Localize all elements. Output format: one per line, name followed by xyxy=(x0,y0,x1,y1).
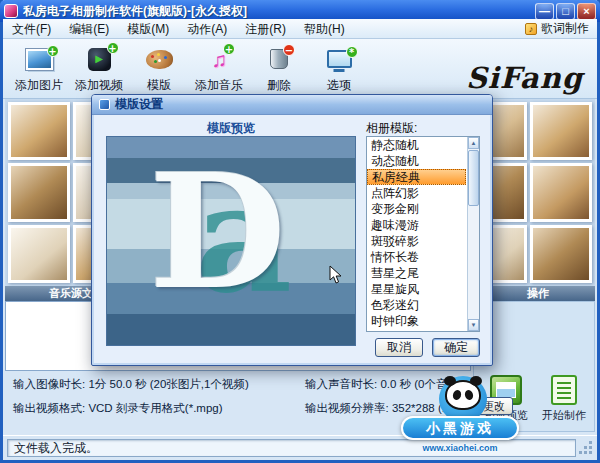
photo-image xyxy=(11,228,67,280)
photo-image xyxy=(11,166,67,218)
template-settings-dialog: 模版设置 模版预览 a D 相册模版: 静态随机动态随机私房经典点阵幻影变形金刚… xyxy=(91,94,493,366)
template-list-item[interactable]: 时钟印象 xyxy=(367,313,466,329)
toolbar-button[interactable]: + 添加图片 xyxy=(11,45,67,94)
list-scrollbar[interactable]: ▲ ▼ xyxy=(467,137,479,331)
start-make-label: 开始制作 xyxy=(542,408,586,423)
template-list-item[interactable]: 色彩迷幻 xyxy=(367,297,466,313)
output-video-format: 输出视频格式: VCD 刻录专用格式(*.mpg) xyxy=(13,401,223,416)
maximize-button[interactable]: □ xyxy=(556,3,575,20)
close-icon[interactable]: × xyxy=(577,3,596,20)
photo-image xyxy=(11,105,67,157)
ok-button[interactable]: 确定 xyxy=(432,338,480,357)
album-template-list-label: 相册模版: xyxy=(366,120,417,137)
template-preview: a D xyxy=(106,136,356,346)
template-list-item[interactable]: 点阵幻影 xyxy=(367,185,466,201)
menu-item[interactable]: 帮助(H) xyxy=(295,19,354,38)
lyrics-make-label: 歌词制作 xyxy=(541,20,589,37)
scrollbar-thumb[interactable] xyxy=(468,150,479,206)
toolbar-button[interactable]: * 选项 xyxy=(311,45,367,94)
window-controls: — □ × xyxy=(535,3,596,20)
badge-icon: * xyxy=(346,46,358,58)
dialog-titlebar[interactable]: 模版设置 xyxy=(92,95,492,115)
lyrics-make-button[interactable]: ♪ 歌词制作 xyxy=(525,20,597,37)
badge-icon: + xyxy=(223,43,235,55)
menubar: 文件(F)编辑(E)模版(M)动作(A)注册(R)帮助(H) ♪ 歌词制作 xyxy=(3,19,597,39)
photo-image xyxy=(533,166,589,218)
template-list-item[interactable]: 情怀长卷 xyxy=(367,249,466,265)
template-list-item[interactable]: 静态随机 xyxy=(367,137,466,153)
watermark-url: www.xiaohei.com xyxy=(401,443,519,453)
photo-thumbnail[interactable] xyxy=(530,163,592,221)
scroll-up-icon[interactable]: ▲ xyxy=(468,137,479,149)
input-image-duration: 输入图像时长: 1分 50.0 秒 (20张图片,1个视频) xyxy=(13,377,249,392)
badge-icon: − xyxy=(283,44,295,56)
operations-header: 操作 xyxy=(527,286,549,301)
menu-item[interactable]: 文件(F) xyxy=(3,19,60,38)
delete-icon: − xyxy=(270,49,288,69)
photo-thumbnail[interactable] xyxy=(530,225,592,283)
app-icon xyxy=(4,4,18,18)
template-list-item[interactable]: 星星旋风 xyxy=(367,281,466,297)
photo-image xyxy=(533,228,589,280)
template-preview-label: 模版预览 xyxy=(106,120,356,137)
start-make-button[interactable]: 开始制作 xyxy=(542,375,586,423)
photo-thumbnail[interactable] xyxy=(8,102,70,160)
scroll-down-icon[interactable]: ▼ xyxy=(468,319,479,331)
add-video-icon: ▶ + xyxy=(88,48,111,71)
template-list-item[interactable]: 斑驳碎影 xyxy=(367,233,466,249)
dialog-icon xyxy=(99,99,110,110)
toolbar-button[interactable]: ▶ + 添加视频 xyxy=(71,45,127,94)
badge-icon: + xyxy=(47,45,59,57)
template-list-item[interactable]: 私房经典 xyxy=(367,169,466,185)
photo-thumbnail[interactable] xyxy=(530,102,592,160)
photo-image xyxy=(533,105,589,157)
options-icon: * xyxy=(327,50,352,68)
menu-item[interactable]: 模版(M) xyxy=(118,19,178,38)
menu-item[interactable]: 注册(R) xyxy=(236,19,295,38)
photo-thumbnail[interactable] xyxy=(8,163,70,221)
toolbar: + 添加图片 ▶ + 添加视频 xyxy=(3,39,597,99)
badge-icon: + xyxy=(107,42,119,54)
start-make-icon xyxy=(551,375,577,405)
lyrics-icon: ♪ xyxy=(525,23,537,35)
minimize-button[interactable]: — xyxy=(535,3,554,20)
brand-logo: SiFang xyxy=(466,61,583,95)
template-list-item[interactable]: 动态随机 xyxy=(367,153,466,169)
template-list-item[interactable]: 彗星之尾 xyxy=(367,265,466,281)
dialog-title: 模版设置 xyxy=(115,96,163,113)
template-icon xyxy=(146,50,173,69)
toolbar-button[interactable]: ♫ + 添加音乐 xyxy=(191,45,247,94)
panda-icon xyxy=(445,380,481,410)
mouse-cursor-icon xyxy=(329,265,342,288)
menu-item[interactable]: 编辑(E) xyxy=(60,19,118,38)
photo-thumbnail[interactable] xyxy=(8,225,70,283)
album-template-list: 静态随机动态随机私房经典点阵幻影变形金刚趣味漫游斑驳碎影情怀长卷彗星之尾星星旋风… xyxy=(366,136,480,332)
add-music-icon: ♫ + xyxy=(211,49,227,70)
site-watermark: 小黑游戏 www.xiaohei.com xyxy=(399,382,523,460)
cancel-button[interactable]: 取消 xyxy=(375,338,423,357)
template-list-item[interactable]: 变形金刚 xyxy=(367,201,466,217)
preview-letter: D xyxy=(149,153,286,311)
watermark-ribbon: 小黑游戏 xyxy=(401,416,519,440)
template-list-item[interactable]: 趣味漫游 xyxy=(367,217,466,233)
window-title: 私房电子相册制作软件(旗舰版)-[永久授权] xyxy=(23,3,530,20)
toolbar-button[interactable]: 模版 xyxy=(131,45,187,94)
dialog-buttons: 取消 确定 xyxy=(375,338,480,357)
menu-item[interactable]: 动作(A) xyxy=(178,19,236,38)
menu-items: 文件(F)编辑(E)模版(M)动作(A)注册(R)帮助(H) xyxy=(3,19,354,38)
resize-grip[interactable] xyxy=(580,442,593,455)
toolbar-button[interactable]: − 删除 xyxy=(251,45,307,94)
add-image-icon: + xyxy=(26,49,53,70)
app-window: 私房电子相册制作软件(旗舰版)-[永久授权] — □ × 文件(F)编辑(E)模… xyxy=(0,0,600,463)
